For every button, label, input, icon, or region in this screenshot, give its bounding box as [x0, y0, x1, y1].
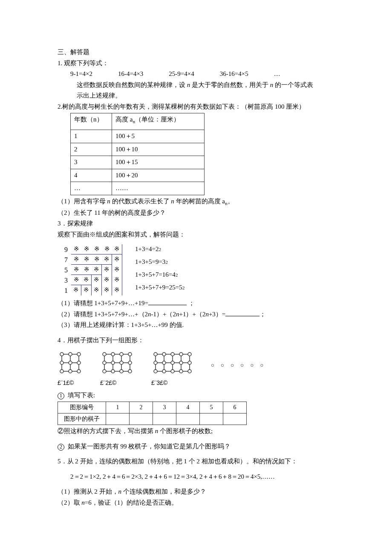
q3-part1: （1）请猜想 1+3+5+7+9+…+19= ；: [58, 298, 341, 309]
table-cell: ……: [112, 182, 205, 195]
q3-part3: （3）请用上述规律计算：1+3+5+…+99 的值.: [58, 320, 341, 331]
star-icon: ※: [112, 265, 122, 275]
q2-th-years: 年数（n）: [71, 113, 112, 130]
q1-eq-ellipsis: …: [274, 69, 280, 80]
var-n: n: [155, 428, 159, 434]
star-icon: ※: [81, 244, 92, 254]
q3-eq-2: 1+3+5=9=32: [135, 257, 184, 267]
svg-point-43: [162, 353, 166, 356]
var-n: n: [187, 81, 190, 88]
svg-point-12: [60, 370, 63, 373]
star-icon: ※: [71, 254, 81, 265]
q3-part2: （2）请猜想 1+3+5+7+9+…+（2n-1）+（2n+1）+（2n+3）=…: [58, 309, 341, 320]
text: 个连续偶数相加，和是多少？: [121, 488, 206, 495]
ellipsis-dots: ○ ○ ○ ○ ○ ○: [211, 361, 266, 370]
fill-cell[interactable]: [200, 413, 223, 425]
svg-point-49: [171, 361, 174, 364]
text: （1）推测从 2 开始，: [58, 488, 118, 495]
q3-subtitle: 观察下面由※组成的图案和算式，解答问题：: [58, 229, 341, 240]
svg-point-9: [60, 361, 63, 364]
svg-point-46: [188, 353, 191, 356]
fill-cell[interactable]: [130, 413, 153, 425]
var-n: n: [171, 198, 174, 205]
fill-blank[interactable]: [225, 309, 259, 316]
fill-cell[interactable]: [106, 413, 130, 425]
svg-point-24: [120, 353, 123, 356]
star-icon: ※: [102, 265, 112, 275]
star-icon: ※: [71, 265, 81, 275]
svg-point-27: [111, 361, 115, 364]
var-n: n: [148, 311, 151, 318]
svg-point-11: [77, 361, 81, 364]
q3-title: 3．探索规律: [58, 218, 341, 229]
q2-sub2: （2）生长了 11 年的树的高度是多少？: [58, 208, 341, 219]
star-icon: ※: [92, 265, 102, 275]
q4-shape-3: £¨3£©: [151, 350, 194, 388]
svg-point-32: [120, 370, 123, 373]
svg-point-25: [128, 353, 132, 356]
shape-label: £¨1£©: [58, 378, 74, 388]
star-icon: ※: [92, 275, 102, 285]
table-cell: 3: [71, 156, 112, 169]
q4-fill-table: 图形编号 1 2 3 4 5 6 图形中的棋子: [58, 402, 247, 425]
star-icon: ※: [92, 244, 102, 254]
text: 的代数式表示生长了: [110, 198, 171, 205]
table-cell: 100＋15: [112, 156, 205, 169]
fill-cell[interactable]: [223, 413, 247, 425]
table-cell: 100＋5: [112, 130, 205, 143]
q5-equation: 2＝2＝1×2, 2＋4＝6＝2×3, 2＋4＋6＝12＝3×4, 2＋4＋6＋…: [58, 471, 341, 483]
q5-part1: （1）推测从 2 开始，n 个连续偶数相加，和是多少？: [58, 486, 341, 497]
svg-point-14: [77, 370, 81, 373]
q4-shape-1: £¨1£©: [58, 350, 83, 388]
text: （2）请猜想 1+3+5+7+9+…+（2: [58, 311, 148, 318]
table-cell: 1: [106, 402, 130, 413]
text: -1）+（2: [151, 311, 176, 318]
star-icon: ※: [81, 265, 92, 275]
fill-blank[interactable]: [148, 298, 187, 305]
svg-point-26: [103, 361, 106, 364]
text: ；: [259, 311, 266, 318]
q1-desc: 这些数据反映自然数间的某种规律，设 n 是大于零的自然数，用关于 n 的一个等式…: [58, 80, 341, 101]
circled-1-icon: 1: [58, 393, 64, 399]
svg-point-42: [154, 353, 157, 356]
table-cell: 1: [71, 130, 112, 143]
q2-sub1: （1）用含有字母 n 的代数式表示生长了 n 年的树苗的高度 an。: [58, 196, 341, 208]
text: （1）请猜想 1+3+5+7+9+…+19=: [58, 300, 148, 306]
svg-point-6: [60, 353, 63, 356]
svg-point-52: [154, 370, 157, 373]
q1-eq-4: 36-16=4×5: [220, 69, 248, 80]
q4-part2: ②照这样的方式摆下去，写出摆第 n 个图形棋子的枚数;: [58, 426, 341, 437]
table-cell: …: [71, 182, 112, 195]
grid-2x4-icon: [151, 350, 194, 376]
text: 。: [228, 198, 234, 205]
text: =6，验证（1）的结论是否正确。: [85, 499, 178, 506]
q2-th-height: 高度 an（单位：厘米）: [112, 113, 205, 130]
var-n: n: [81, 499, 85, 506]
row-label: 1: [58, 285, 71, 296]
svg-point-47: [154, 361, 157, 364]
circled-2-icon: 2: [58, 444, 64, 451]
star-icon: ※: [112, 244, 122, 254]
svg-point-13: [69, 370, 72, 373]
svg-point-22: [103, 353, 106, 356]
table-header: 图形编号: [58, 402, 106, 413]
text: 填写下表:: [66, 392, 95, 399]
fill-cell[interactable]: [153, 413, 176, 425]
svg-point-29: [128, 361, 132, 364]
star-icon: ※: [92, 285, 102, 295]
svg-point-8: [77, 353, 81, 356]
star-icon: ※: [92, 254, 102, 265]
table-cell: 5: [200, 402, 223, 413]
star-icon: ※: [81, 254, 92, 265]
table-cell: 2: [71, 143, 112, 156]
svg-point-31: [111, 370, 115, 373]
star-icon: ※: [102, 285, 112, 295]
var-n: n: [118, 488, 122, 495]
fill-cell[interactable]: [176, 413, 200, 425]
q2-title: 2.树的高度与树生长的年数有关，测得某棵树的有关数据如下表：（树苗原高 100 …: [58, 101, 341, 113]
q3-eq-3: 1+3+5+7=16=42: [135, 270, 184, 280]
star-icon: ※: [71, 285, 81, 295]
svg-point-28: [120, 361, 123, 364]
table-cell: 4: [176, 402, 200, 413]
var-n: n: [205, 311, 209, 318]
